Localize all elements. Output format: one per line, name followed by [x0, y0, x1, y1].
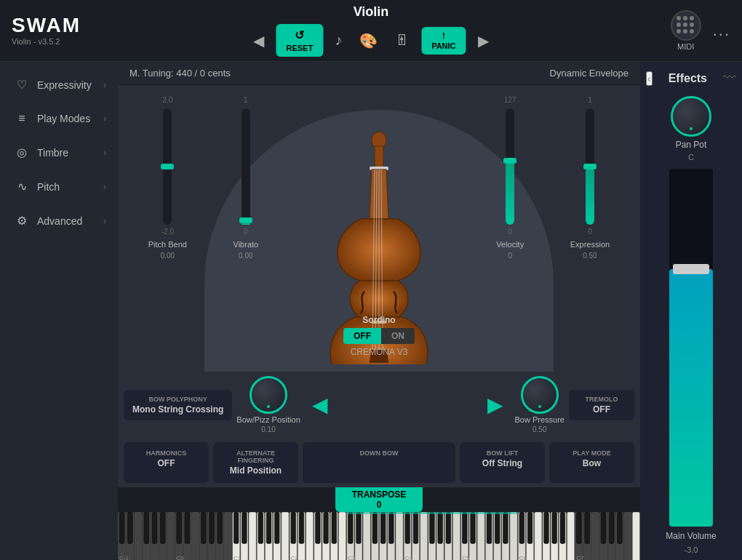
velocity-slider-group: 127 0 Velocity 0: [496, 96, 524, 260]
expression-value: 0.50: [583, 252, 597, 260]
prev-button[interactable]: ◀: [247, 29, 270, 52]
svg-rect-101: [430, 512, 435, 543]
expression-slider[interactable]: [586, 108, 594, 225]
svg-rect-128: [346, 512, 518, 514]
sordino-on[interactable]: ON: [381, 328, 415, 344]
dynamic-envelope[interactable]: Dynamic Envelope: [550, 68, 629, 79]
vibrato-fill: [242, 223, 250, 225]
sordino-off[interactable]: OFF: [343, 328, 381, 344]
bow-pizz-container: Bow/Pizz Position 0.10: [236, 376, 300, 433]
music-note-icon[interactable]: ♪: [329, 29, 348, 52]
piano-keys[interactable]: C-1C0C1C2C3C4C5C6C7: [118, 512, 640, 560]
sidebar-item-play-modes[interactable]: ≡ Play Modes ›: [0, 102, 118, 135]
velocity-slider[interactable]: [506, 108, 514, 225]
more-button[interactable]: ...: [713, 21, 730, 40]
reset-icon: ↺: [295, 28, 304, 42]
svg-rect-37: [338, 512, 346, 560]
svg-rect-12: [135, 512, 142, 560]
bow-lift-title: BOW LIFT: [468, 449, 536, 457]
bow-pressure-knob[interactable]: [521, 376, 559, 414]
left-arrow-button[interactable]: ◀: [305, 390, 335, 420]
bow-lift-btn[interactable]: BOW LIFT Off String: [460, 442, 545, 483]
svg-rect-91: [315, 512, 320, 543]
tremolo-btn[interactable]: TREMOLO OFF: [569, 390, 634, 420]
pan-knob[interactable]: [671, 96, 711, 137]
svg-rect-75: [127, 512, 132, 543]
expression-thumb[interactable]: [583, 164, 597, 169]
panic-button[interactable]: ! PANIC: [421, 27, 466, 55]
sidebar-item-pitch[interactable]: ∿ Pitch ›: [0, 169, 118, 204]
svg-rect-16: [167, 512, 175, 560]
bottom-row: HARMONICS OFF ALTERNATE FINGERING Mid Po…: [118, 438, 640, 487]
logo: SWAM: [12, 15, 81, 36]
svg-text:C7: C7: [576, 555, 584, 560]
svg-rect-106: [487, 512, 492, 543]
harmonics-btn[interactable]: HARMONICS OFF: [124, 442, 209, 483]
sidebar-item-timbre[interactable]: ◎ Timbre ›: [0, 135, 118, 169]
play-mode-btn[interactable]: PLAY MODE Bow: [549, 442, 634, 483]
palette-icon[interactable]: 🎨: [354, 29, 383, 52]
sidebar-item-advanced[interactable]: ⚙ Advanced ›: [0, 204, 118, 238]
volume-fader[interactable]: [669, 169, 713, 527]
chevron-right-icon-3: ›: [103, 148, 106, 158]
velocity-thumb[interactable]: [503, 158, 516, 164]
pitch-bend-slider[interactable]: [163, 108, 172, 225]
svg-rect-65: [567, 512, 575, 560]
expression-slider-group: 1 0 Expression 0.50: [570, 96, 610, 260]
next-button[interactable]: ▶: [472, 29, 495, 52]
midi-button[interactable]: MIDI: [671, 10, 701, 51]
audio-icon[interactable]: 🎚: [389, 29, 415, 52]
vibrato-slider[interactable]: [242, 108, 250, 225]
svg-rect-99: [405, 512, 410, 543]
down-bow-btn[interactable]: DOWN BOW: [303, 442, 455, 483]
timbre-icon: ◎: [14, 145, 30, 159]
down-bow-title: DOWN BOW: [311, 449, 447, 457]
expression-max: 1: [588, 96, 592, 104]
play-mode-title: PLAY MODE: [558, 449, 626, 457]
svg-rect-80: [185, 512, 190, 543]
sidebar-item-expressivity[interactable]: ♡ Expressivity ›: [0, 68, 118, 102]
svg-rect-26: [249, 512, 256, 560]
volume-thumb[interactable]: [673, 264, 709, 274]
effects-header: ‹ Effects 〰: [646, 68, 736, 89]
alt-fingering-value: Mid Position: [222, 465, 290, 476]
chevron-right-icon: ›: [103, 80, 106, 90]
svg-rect-47: [420, 512, 428, 560]
harmonics-value: OFF: [132, 458, 200, 468]
svg-text:C6: C6: [519, 555, 527, 560]
sordino-box: Sordino OFF ON CREMONA V3: [343, 315, 415, 357]
svg-rect-19: [191, 512, 199, 560]
svg-rect-51: [452, 512, 460, 560]
svg-rect-110: [527, 512, 532, 543]
alt-fingering-btn[interactable]: ALTERNATE FINGERING Mid Position: [213, 442, 298, 483]
controls-row: BOW POLYPHONY Mono String Crossing Bow/P…: [118, 372, 640, 438]
svg-rect-118: [618, 512, 623, 543]
bow-pizz-knob[interactable]: [250, 376, 287, 414]
bow-polyphony-btn[interactable]: BOW POLYPHONY Mono String Crossing: [124, 390, 232, 420]
svg-rect-104: [462, 512, 467, 543]
svg-rect-85: [242, 512, 247, 543]
reset-button[interactable]: ↺ RESET: [276, 24, 323, 57]
svg-text:C0: C0: [177, 555, 185, 560]
chevron-right-icon-5: ›: [103, 216, 106, 226]
pitch-bend-thumb[interactable]: [161, 164, 174, 169]
bow-pressure-container: Bow Pressure 0.50: [515, 376, 565, 433]
right-arrow-button[interactable]: ▶: [480, 390, 511, 420]
svg-rect-82: [210, 512, 215, 543]
effects-collapse-button[interactable]: ‹: [646, 71, 653, 86]
svg-rect-30: [282, 512, 289, 560]
chevron-right-icon-2: ›: [103, 113, 106, 124]
header-center: Violin ◀ ↺ RESET ♪ 🎨 🎚 ! PANIC ▶: [247, 4, 494, 57]
svg-rect-107: [495, 512, 500, 543]
svg-rect-114: [576, 512, 581, 543]
velocity-label: Velocity: [496, 240, 524, 249]
center-inner: M. Tuning: 440 / 0 cents Dynamic Envelop…: [118, 62, 640, 560]
gear-icon: ⚙: [14, 214, 30, 228]
sidebar-label-timbre: Timbre: [37, 147, 68, 159]
midi-label: MIDI: [677, 42, 694, 51]
volume-section: Main Volume -3.0: [646, 169, 736, 554]
svg-rect-74: [119, 512, 124, 543]
main-area: ♡ Expressivity › ≡ Play Modes › ◎ Timbre…: [0, 62, 742, 560]
sordino-toggle[interactable]: OFF ON: [343, 328, 415, 344]
svg-rect-73: [632, 512, 639, 560]
